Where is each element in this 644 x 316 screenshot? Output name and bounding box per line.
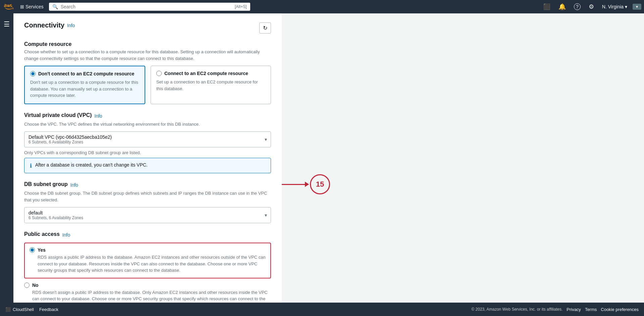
db-subnet-selected-sub: 6 Subnets, 6 Availability Zones	[29, 215, 259, 220]
cookie-preferences-link[interactable]: Cookie preferences	[601, 307, 639, 312]
help-button[interactable]: ?	[571, 2, 583, 11]
top-navigation: ⊞ Services 🔍 [Alt+S] ⬛ 🔔 ? ⚙ N. Virginia…	[0, 0, 644, 13]
vpc-section: Virtual private cloud (VPC) Info Choose …	[24, 112, 271, 174]
vpc-alert: ℹ After a database is created, you can't…	[24, 158, 271, 173]
db-subnet-desc: Choose the DB subnet group. The DB subne…	[24, 190, 271, 203]
public-access-title: Public access	[24, 231, 60, 237]
dont-connect-ec2-radio[interactable]	[30, 71, 36, 76]
refresh-button[interactable]: ↻	[259, 22, 271, 34]
aws-logo[interactable]	[3, 1, 15, 13]
vpc-title: Virtual private cloud (VPC)	[24, 112, 92, 118]
public-access-yes-radio[interactable]	[30, 247, 35, 253]
bottom-bar-left: ⬛ CloudShell Feedback	[5, 307, 58, 312]
compute-resource-options: Don't connect to an EC2 compute resource…	[24, 66, 271, 104]
vpc-note: Only VPCs with a corresponding DB subnet…	[24, 150, 271, 155]
connectivity-info-link[interactable]: Info	[67, 23, 75, 28]
page-layout: ☰ Connectivity Info ↻ Compute resource C…	[0, 13, 644, 316]
annotation-arrow	[282, 184, 309, 185]
dont-connect-ec2-desc: Don't set up a connection to a compute r…	[30, 79, 139, 99]
annotation-badge: 15	[310, 174, 330, 194]
connect-ec2-desc: Set up a connection to an EC2 compute re…	[156, 79, 265, 92]
db-subnet-selected-value: default	[29, 210, 259, 215]
db-subnet-select[interactable]: default 6 Subnets, 6 Availability Zones	[24, 207, 271, 223]
compute-resource-section: Compute resource Choose whether to set u…	[24, 41, 271, 104]
hamburger-icon: ☰	[4, 20, 10, 28]
import-icon-button[interactable]: ⬛	[540, 2, 553, 12]
search-input[interactable]	[61, 4, 232, 9]
db-subnet-select-wrapper: default 6 Subnets, 6 Availability Zones …	[24, 207, 271, 223]
main-content: Connectivity Info ↻ Compute resource Cho…	[13, 13, 282, 316]
db-subnet-section: DB subnet group Info Choose the DB subne…	[24, 181, 271, 223]
help-icon: ?	[574, 3, 581, 10]
connect-ec2-radio[interactable]	[156, 71, 162, 76]
user-avatar[interactable]: ▾	[633, 4, 641, 10]
connectivity-title: Connectivity Info	[24, 21, 75, 29]
vpc-selected-value: Default VPC (vpc-06d4325aecba105e2)	[29, 134, 259, 140]
public-access-yes-option[interactable]: Yes RDS assigns a public IP address to t…	[24, 243, 271, 278]
search-icon: 🔍	[52, 4, 58, 9]
vpc-info-link[interactable]: Info	[95, 113, 102, 119]
grid-icon: ⊞	[20, 4, 24, 9]
db-subnet-info-link[interactable]: Info	[70, 182, 78, 188]
public-access-yes-desc: RDS assigns a public IP address to the d…	[30, 254, 266, 274]
feedback-button[interactable]: Feedback	[39, 307, 58, 312]
vpc-select[interactable]: Default VPC (vpc-06d4325aecba105e2) 6 Su…	[24, 131, 271, 147]
annotation-15: 15	[282, 174, 330, 194]
vpc-alert-text: After a database is created, you can't c…	[35, 162, 148, 168]
sidebar: ☰	[0, 13, 13, 316]
public-access-info-link[interactable]: Info	[62, 232, 70, 238]
notifications-button[interactable]: 🔔	[556, 2, 569, 12]
services-button[interactable]: ⊞ Services	[17, 3, 46, 11]
dont-connect-ec2-card[interactable]: Don't connect to an EC2 compute resource…	[24, 66, 145, 104]
cloudshell-icon: ⬛	[5, 307, 11, 312]
vpc-select-wrapper: Default VPC (vpc-06d4325aecba105e2) 6 Su…	[24, 131, 271, 147]
compute-resource-title: Compute resource	[24, 41, 271, 47]
footer-copyright: © 2023, Amazon Web Services, Inc. or its…	[471, 307, 562, 312]
import-icon: ⬛	[543, 3, 550, 10]
cloudshell-button[interactable]: ⬛ CloudShell	[5, 307, 34, 312]
db-subnet-title: DB subnet group	[24, 181, 68, 187]
bell-icon: 🔔	[558, 3, 566, 10]
compute-resource-desc: Choose whether to set up a connection to…	[24, 49, 271, 62]
vpc-desc: Choose the VPC. The VPC defines the virt…	[24, 121, 271, 128]
search-shortcut: [Alt+S]	[235, 4, 247, 9]
region-selector[interactable]: N. Virginia ▾	[599, 3, 630, 11]
gear-icon: ⚙	[589, 3, 594, 10]
terms-link[interactable]: Terms	[585, 307, 597, 312]
vpc-selected-sub: 6 Subnets, 6 Availability Zones	[29, 140, 259, 144]
public-access-no-radio[interactable]	[24, 282, 30, 288]
bottom-bar: ⬛ CloudShell Feedback © 2023, Amazon Web…	[0, 303, 644, 316]
info-alert-icon: ℹ	[30, 163, 32, 169]
bottom-bar-right: © 2023, Amazon Web Services, Inc. or its…	[471, 307, 639, 312]
public-access-section: Public access Info Yes RDS assigns a pub…	[24, 231, 271, 309]
sidebar-menu-button[interactable]: ☰	[1, 17, 12, 31]
connect-ec2-card[interactable]: Connect to an EC2 compute resource Set u…	[151, 66, 271, 104]
settings-button[interactable]: ⚙	[586, 2, 597, 12]
services-label: Services	[25, 4, 44, 9]
privacy-link[interactable]: Privacy	[567, 307, 581, 312]
arrow-line	[282, 184, 309, 185]
right-panel: 15	[282, 13, 644, 316]
search-bar: 🔍 [Alt+S]	[49, 3, 250, 11]
